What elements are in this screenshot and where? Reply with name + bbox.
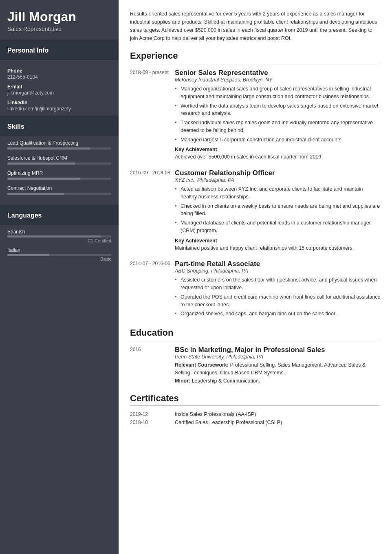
experience-content: Customer Relationship Officer XYZ Inc., … <box>175 169 381 252</box>
coursework-label: Relevant Coursework: <box>175 362 229 368</box>
languages-section-header: Languages <box>0 204 119 225</box>
skill-item: Contract Negotiation <box>7 185 111 195</box>
experience-bullet: Worked with the data analysis team to de… <box>175 102 381 118</box>
experience-bullets: Assisted customers on the sales floor wi… <box>175 276 381 318</box>
experience-bullet: Operated the POS and credit card machine… <box>175 293 381 309</box>
certificates-list: 2019-12 Inside Sales Professionals (AA-I… <box>130 411 381 425</box>
certificates-label: Certificates <box>130 393 381 406</box>
certificate-date: 2019-12 <box>130 411 175 417</box>
skill-item: Optimizing MRR <box>7 170 111 180</box>
personal-info-body: Phone 212-555-0104 E-mail jill.morgan@ze… <box>0 60 119 116</box>
skill-bar-fill <box>7 147 90 149</box>
experience-date: 2014-07 - 2016-06 <box>130 260 175 319</box>
skill-bar-bg <box>7 163 111 165</box>
language-bar-bg <box>7 254 111 256</box>
email-label: E-mail <box>7 84 111 90</box>
skills-label: Skills <box>7 120 111 133</box>
key-achievement-text: Achieved over $500,000 in sales in each … <box>175 153 381 161</box>
job-title: Part-time Retail Associate <box>175 260 381 268</box>
linkedin-label: LinkedIn <box>7 100 111 106</box>
language-name: Italian <box>7 247 111 253</box>
experience-bullet: Checked in on clients on a weekly basis … <box>175 202 381 218</box>
experience-date: 2016-09 - 2018-08 <box>130 169 175 252</box>
experience-entry: 2018-09 - present Senior Sales Represent… <box>130 69 381 161</box>
experience-bullet: Assisted customers on the sales floor wi… <box>175 276 381 292</box>
company-name: ABC Shopping, Philadelphia, PA <box>175 268 381 274</box>
language-level: Basic <box>7 257 111 262</box>
experience-content: Part-time Retail Associate ABC Shopping,… <box>175 260 381 319</box>
skill-bar-fill <box>7 193 64 195</box>
company-name: XYZ Inc., Philadelphia, PA <box>175 177 381 183</box>
linkedin-value: linkedin.com/in/jillmorganzety <box>7 106 111 112</box>
experience-entry: 2016-09 - 2018-08 Customer Relationship … <box>130 169 381 252</box>
skills-section-header: Skills <box>0 116 119 136</box>
key-achievement-text: Maintained positive and happy client rel… <box>175 244 381 252</box>
education-school: Penn State University, Philadelphia, PA <box>175 354 381 360</box>
skill-item: Lead Qualification & Prospecting <box>7 140 111 149</box>
personal-info-section-header: Personal Info <box>0 40 119 60</box>
experience-bullet: Organized shelves, end caps, and bargain… <box>175 310 381 318</box>
key-achievement-label: Key Achievement <box>175 238 381 244</box>
skill-bar-bg <box>7 193 111 195</box>
skill-name: Lead Qualification & Prospecting <box>7 140 111 146</box>
experience-bullet: Managed organizational sales and group o… <box>175 85 381 101</box>
education-minor: Minor: Leadership & Communication. <box>175 377 381 385</box>
experience-bullet: Managed largest 5 corporate construction… <box>175 136 381 144</box>
skill-name: Contract Negotiation <box>7 185 111 191</box>
experience-entry: 2014-07 - 2016-06 Part-time Retail Assoc… <box>130 260 381 319</box>
certificate-entry: 2019-12 Inside Sales Professionals (AA-I… <box>130 411 381 417</box>
language-bar-fill <box>7 254 49 256</box>
experience-content: Senior Sales Representative McKinsey Ind… <box>175 69 381 161</box>
languages-body: Spanish C1 Certified Italian Basic <box>0 225 119 270</box>
skill-item: Salesforce & Hubspot CRM <box>7 155 111 165</box>
education-date: 2016 <box>130 346 175 385</box>
experience-bullets: Managed organizational sales and group o… <box>175 85 381 143</box>
main-content: Results-oriented sales representative fo… <box>119 0 392 554</box>
experience-list: 2018-09 - present Senior Sales Represent… <box>130 69 381 319</box>
sidebar-header: Jill Morgan Sales Representative <box>0 0 119 40</box>
sidebar: Jill Morgan Sales Representative Persona… <box>0 0 119 554</box>
languages-label: Languages <box>7 209 111 222</box>
experience-bullet: Managed database of clients and potentia… <box>175 219 381 235</box>
skill-name: Optimizing MRR <box>7 170 111 176</box>
skills-body: Lead Qualification & Prospecting Salesfo… <box>0 136 119 204</box>
language-level: C1 Certified <box>7 238 111 243</box>
education-label: Education <box>130 328 381 340</box>
job-title: Senior Sales Representative <box>175 69 381 77</box>
certificates-section: Certificates 2019-12 Inside Sales Profes… <box>130 393 381 425</box>
candidate-name: Jill Morgan <box>7 10 111 24</box>
candidate-title: Sales Representative <box>7 26 111 32</box>
phone-value: 212-555-0104 <box>7 74 111 80</box>
minor-label: Minor: <box>175 378 190 384</box>
education-degree: BSc in Marketing, Major in Professional … <box>175 346 381 354</box>
phone-label: Phone <box>7 68 111 74</box>
personal-info-label: Personal Info <box>7 44 111 57</box>
experience-label: Experience <box>130 51 381 63</box>
experience-section: Experience 2018-09 - present Senior Sale… <box>130 51 381 319</box>
language-bar-bg <box>7 235 111 237</box>
skill-name: Salesforce & Hubspot CRM <box>7 155 111 161</box>
education-list: 2016 BSc in Marketing, Major in Professi… <box>130 346 381 385</box>
skill-bar-bg <box>7 178 111 180</box>
certificate-name: Certified Sales Leadership Professional … <box>175 420 381 425</box>
skill-bar-fill <box>7 163 75 165</box>
certificate-entry: 2018-10 Certified Sales Leadership Profe… <box>130 420 381 425</box>
experience-bullet: Tracked individual sales rep sales goals… <box>175 119 381 134</box>
certificate-date: 2018-10 <box>130 420 175 425</box>
experience-bullet: Acted as liaison between XYZ Inc. and co… <box>175 185 381 201</box>
email-value: jill.morgan@zety.com <box>7 90 111 96</box>
experience-bullets: Acted as liaison between XYZ Inc. and co… <box>175 185 381 235</box>
skill-bar-bg <box>7 147 111 149</box>
summary-text: Results-oriented sales representative fo… <box>130 10 381 42</box>
language-name: Spanish <box>7 229 111 235</box>
certificate-name: Inside Sales Professionals (AA-ISP) <box>175 411 381 417</box>
key-achievement-label: Key Achievement <box>175 147 381 152</box>
experience-date: 2018-09 - present <box>130 69 175 161</box>
education-content: BSc in Marketing, Major in Professional … <box>175 346 381 385</box>
language-item: Italian Basic <box>7 247 111 262</box>
education-detail: Relevant Coursework: Professional Sellin… <box>175 361 381 377</box>
job-title: Customer Relationship Officer <box>175 169 381 177</box>
education-section: Education 2016 BSc in Marketing, Major i… <box>130 328 381 385</box>
company-name: McKinsey Industrial Supplies, Brooklyn, … <box>175 77 381 83</box>
language-bar-fill <box>7 235 101 237</box>
